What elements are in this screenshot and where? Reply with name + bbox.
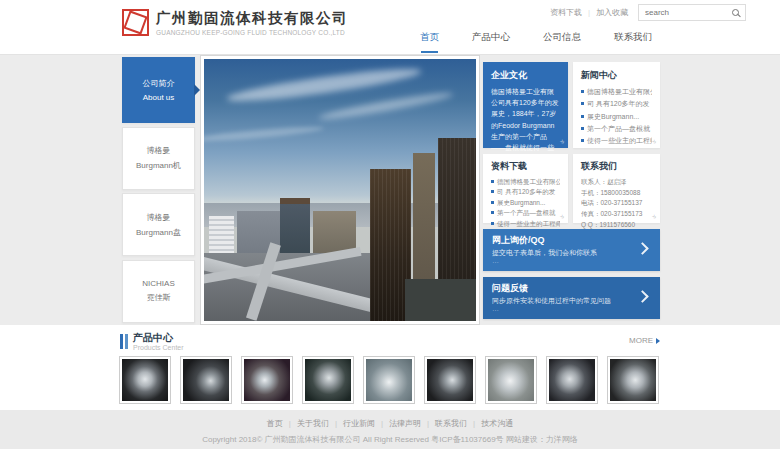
news-item[interactable]: 司 具有120多年的发 — [581, 98, 652, 110]
search-box — [638, 4, 746, 21]
contact-row: 手机：15800035088 — [581, 188, 652, 199]
product-thumbnail[interactable] — [303, 357, 353, 403]
contact-row: 电话：020-37155137 — [581, 198, 652, 209]
inquiry-banner[interactable]: 网上询价/QQ 提交电子表单后，我们会和你联系 … — [483, 229, 660, 271]
logo[interactable]: 广州勤固流体科技有限公司 GUANGZHOU KEEP-GOING FLUID … — [122, 9, 348, 36]
sidebar-item-label-en: Burgmann盘 — [136, 227, 181, 238]
bullet-icon — [581, 90, 584, 93]
building-shape — [405, 279, 476, 321]
news-panel: 新闻中心 德国博格曼工业有限公司 具有120多年的发展史Burgmann...第… — [573, 62, 660, 148]
products-subtitle: Products Center — [133, 344, 184, 351]
download-item[interactable]: 司 具有120多年的发 — [491, 187, 560, 197]
bullet-icon — [491, 201, 494, 204]
sidebar-item[interactable]: 公司简介 About us — [122, 57, 195, 123]
company-name-en: GUANGZHOU KEEP-GOING FLUID TECHNOLOGY CO… — [156, 29, 348, 36]
title-bars-icon — [120, 334, 128, 349]
main-nav: 首页产品中心公司信息联系我们 — [420, 31, 652, 44]
bullet-icon — [581, 102, 584, 105]
product-thumbnail[interactable] — [364, 357, 414, 403]
ellipsis: … — [492, 257, 651, 265]
bullet-icon — [491, 180, 494, 183]
nav-item[interactable]: 联系我们 — [614, 31, 652, 44]
sidebar-item-label-en: 霓佳斯 — [147, 292, 171, 303]
downloads-title: 资料下载 — [491, 160, 560, 173]
footer-link[interactable]: 联系我们 — [421, 419, 467, 428]
bullet-icon — [491, 190, 494, 193]
copyright: Copyright 2018© 广州勤固流体科技有限公司 All Right R… — [0, 434, 780, 445]
footer-link[interactable]: 首页 — [267, 419, 283, 428]
footer-links: 首页关于我们行业新闻法律声明联系我们技术沟通 — [0, 418, 780, 429]
feedback-title: 问题反馈 — [492, 283, 651, 294]
download-item[interactable]: 使得一些业主的工程师 — [491, 219, 560, 229]
contact-title: 联系我们 — [581, 160, 652, 173]
sidebar-item-label-cn: 公司简介 — [143, 78, 175, 89]
product-thumbnails — [120, 357, 660, 403]
bullet-icon — [491, 222, 494, 225]
contact-row: 传真：020-37155173 — [581, 209, 652, 220]
feedback-desc: 同步原件安装和使用过程中的常见问题 — [492, 296, 651, 305]
cloud-shape — [204, 124, 324, 143]
search-input[interactable] — [645, 8, 732, 17]
downloads-list: 德国博格曼工业有限公司 具有120多年的发展史Burgmann...第一个产品—… — [491, 177, 560, 229]
bullet-icon — [581, 139, 584, 142]
sidebar-item-label-cn: 博格曼 — [147, 145, 171, 156]
hero-image — [200, 55, 480, 325]
news-item[interactable]: 德国博格曼工业有限公 — [581, 86, 652, 98]
culture-title: 企业文化 — [491, 69, 560, 82]
news-item[interactable]: 第一个产品—盘根就 — [581, 123, 652, 135]
utility-bar: 资料下载加入收藏 — [550, 4, 746, 21]
news-item[interactable]: 展史Burgmann... — [581, 111, 652, 123]
download-item[interactable]: 第一个产品—盘根就 — [491, 208, 560, 218]
sidebar-menu: 公司简介 About us 博格曼 Burgmann机 博格曼 Burgmann… — [122, 57, 195, 323]
footer-link[interactable]: 关于我们 — [283, 419, 329, 428]
sidebar-item[interactable]: 博格曼 Burgmann盘 — [122, 193, 195, 256]
nav-item[interactable]: 首页 — [420, 31, 439, 44]
sidebar-item-label-cn: 博格曼 — [147, 212, 171, 223]
footer-link[interactable]: 法律声明 — [375, 419, 421, 428]
search-icon[interactable] — [732, 9, 739, 16]
sidebar-item-label-en: Burgmann机 — [136, 160, 181, 171]
feedback-banner[interactable]: 问题反馈 同步原件安装和使用过程中的常见问题 … — [483, 277, 660, 319]
product-thumbnail[interactable] — [181, 357, 231, 403]
cloud-shape — [318, 89, 454, 123]
contact-list: 联系人：赵启泽手机：15800035088电话：020-37155137传真：0… — [581, 177, 652, 231]
product-thumbnail[interactable] — [608, 357, 658, 403]
footer-link[interactable]: 行业新闻 — [329, 419, 375, 428]
sidebar-item-label-cn: NICHIAS — [142, 279, 174, 288]
download-item[interactable]: 德国博格曼工业有限公 — [491, 177, 560, 187]
city-skyline-photo — [204, 59, 476, 321]
product-thumbnail[interactable] — [486, 357, 536, 403]
contact-row: 联系人：赵启泽 — [581, 177, 652, 188]
sidebar-item[interactable]: 博格曼 Burgmann机 — [122, 127, 195, 190]
products-section: 产品中心 Products Center MORE — [0, 325, 780, 410]
downloads-panel: 资料下载 德国博格曼工业有限公司 具有120多年的发展史Burgmann...第… — [483, 154, 568, 223]
bullet-icon — [581, 127, 584, 130]
sidebar-item-label-en: About us — [143, 93, 175, 102]
news-list: 德国博格曼工业有限公司 具有120多年的发展史Burgmann...第一个产品—… — [581, 86, 652, 147]
inquiry-desc: 提交电子表单后，我们会和你联系 — [492, 248, 651, 257]
inquiry-title: 网上询价/QQ — [492, 235, 651, 246]
product-thumbnail[interactable] — [425, 357, 475, 403]
main-band: 公司简介 About us 博格曼 Burgmann机 博格曼 Burgmann… — [0, 55, 780, 325]
building-shape — [280, 198, 310, 261]
culture-panel: 企业文化 德国博格曼工业有限公司具有120多年的发展史，1884年，27岁的Fe… — [483, 62, 568, 148]
ellipsis: … — [492, 305, 651, 313]
product-thumbnail[interactable] — [547, 357, 597, 403]
products-title: 产品中心 — [133, 332, 184, 343]
sidebar-item[interactable]: NICHIAS 霓佳斯 — [122, 260, 195, 323]
product-thumbnail[interactable] — [120, 357, 170, 403]
product-thumbnail[interactable] — [242, 357, 292, 403]
nav-item[interactable]: 产品中心 — [472, 31, 510, 44]
news-item[interactable]: 使得一些业主的工程师 — [581, 135, 652, 147]
culture-body: 德国博格曼工业有限公司具有120多年的发展史，1884年，27岁的Feodor … — [491, 86, 560, 153]
contact-panel: 联系我们 联系人：赵启泽手机：15800035088电话：020-3715513… — [573, 154, 660, 223]
nav-item[interactable]: 公司信息 — [543, 31, 581, 44]
more-link[interactable]: MORE — [629, 336, 660, 345]
footer-link[interactable]: 技术沟通 — [467, 419, 513, 428]
download-item[interactable]: 展史Burgmann... — [491, 198, 560, 208]
bullet-icon — [581, 115, 584, 118]
utility-link[interactable]: 加入收藏 — [582, 7, 628, 18]
logo-icon — [122, 9, 149, 36]
utility-links: 资料下载加入收藏 — [550, 7, 628, 18]
utility-link[interactable]: 资料下载 — [550, 7, 582, 18]
